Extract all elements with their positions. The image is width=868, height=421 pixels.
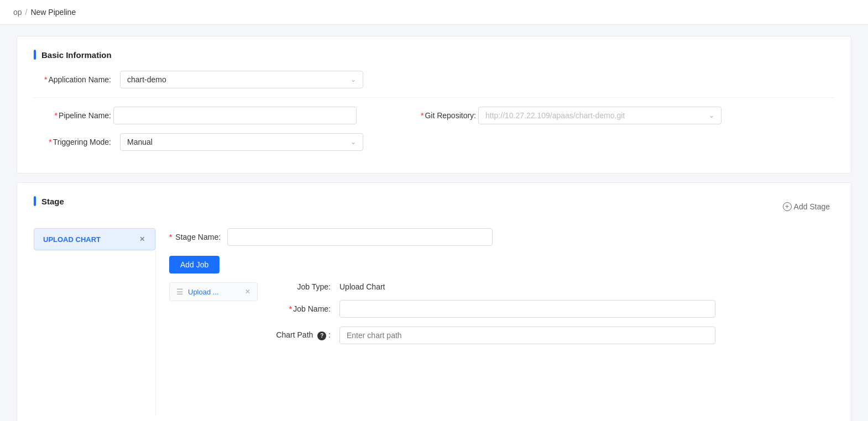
job-name-label: *Job Name: bbox=[275, 304, 331, 313]
job-item-left: ☰ Upload ... bbox=[176, 287, 219, 296]
pipeline-git-row: *Pipeline Name: Upload Chart *Git Reposi… bbox=[34, 107, 834, 124]
stage-right-panel: * Stage Name: UPLOAD CHART Add Job ☰ U bbox=[155, 228, 834, 416]
git-repo-label: *Git Repository: bbox=[399, 111, 476, 120]
job-detail-panel: Job Type: Upload Chart *Job Name: Upload… bbox=[275, 282, 821, 353]
add-job-button[interactable]: Add Job bbox=[169, 256, 219, 273]
job-item-label: Upload ... bbox=[188, 288, 219, 296]
chevron-down-icon: ⌄ bbox=[351, 138, 356, 146]
job-type-label: Job Type: bbox=[275, 282, 331, 291]
pipeline-name-group: *Pipeline Name: Upload Chart bbox=[34, 107, 357, 124]
chart-path-input[interactable] bbox=[339, 327, 715, 344]
stage-body: ☰ Upload ... ✕ Job Type: Upload Chart bbox=[169, 282, 821, 353]
stage-name-input[interactable]: UPLOAD CHART bbox=[227, 228, 493, 246]
triggering-mode-row: *Triggering Mode: Manual ⌄ bbox=[34, 133, 834, 151]
basic-info-title: Basic Information bbox=[34, 50, 834, 60]
stage-layout: UPLOAD CHART ✕ * Stage Name: UPLOAD CHAR… bbox=[34, 228, 834, 416]
help-icon[interactable]: ? bbox=[317, 331, 326, 340]
app-name-select[interactable]: chart-demo ⌄ bbox=[120, 71, 363, 88]
stage-tab-label: UPLOAD CHART bbox=[43, 235, 101, 244]
job-item[interactable]: ☰ Upload ... ✕ bbox=[169, 282, 258, 301]
breadcrumb-separator: / bbox=[25, 8, 28, 17]
main-content: Basic Information *Application Name: cha… bbox=[0, 25, 868, 421]
app-name-label: *Application Name: bbox=[34, 75, 111, 84]
stage-tab-upload-chart[interactable]: UPLOAD CHART ✕ bbox=[34, 228, 155, 250]
stage-card: Stage + Add Stage UPLOAD CHART ✕ * bbox=[17, 182, 851, 421]
chart-path-label: Chart Path ? : bbox=[275, 330, 331, 340]
app-name-value: chart-demo bbox=[127, 75, 166, 84]
stage-jobs-col: ☰ Upload ... ✕ bbox=[169, 282, 258, 353]
chart-path-row: Chart Path ? : bbox=[275, 327, 821, 344]
chevron-down-icon: ⌄ bbox=[709, 112, 714, 119]
stage-title: Stage bbox=[34, 196, 64, 206]
breadcrumb-parent[interactable]: op bbox=[13, 8, 22, 17]
breadcrumb: op / New Pipeline bbox=[0, 0, 868, 25]
job-type-row: Job Type: Upload Chart bbox=[275, 282, 821, 291]
basic-info-card: Basic Information *Application Name: cha… bbox=[17, 36, 851, 173]
triggering-mode-label: *Triggering Mode: bbox=[34, 138, 111, 146]
job-item-close-icon[interactable]: ✕ bbox=[245, 288, 250, 296]
plus-circle-icon: + bbox=[783, 202, 792, 211]
stage-name-row: * Stage Name: UPLOAD CHART bbox=[169, 228, 821, 246]
triggering-mode-value: Manual bbox=[127, 138, 153, 146]
job-type-value: Upload Chart bbox=[339, 282, 385, 291]
git-repo-placeholder: http://10.27.22.109/apaas/chart-demo.git bbox=[485, 111, 625, 120]
pipeline-name-input[interactable]: Upload Chart bbox=[113, 107, 357, 124]
stage-tab-close-icon[interactable]: ✕ bbox=[138, 234, 146, 244]
git-repo-group: *Git Repository: http://10.27.22.109/apa… bbox=[399, 107, 721, 124]
add-stage-label: Add Stage bbox=[794, 202, 830, 211]
pipeline-name-label: *Pipeline Name: bbox=[34, 111, 111, 120]
breadcrumb-current: New Pipeline bbox=[30, 8, 76, 17]
form-divider bbox=[34, 97, 834, 98]
stage-name-label: * Stage Name: bbox=[169, 233, 221, 241]
git-repo-select[interactable]: http://10.27.22.109/apaas/chart-demo.git… bbox=[478, 107, 721, 124]
stage-tab-list: UPLOAD CHART ✕ bbox=[34, 228, 155, 416]
hamburger-icon: ☰ bbox=[176, 287, 184, 296]
triggering-mode-select[interactable]: Manual ⌄ bbox=[120, 133, 363, 151]
app-name-row: *Application Name: chart-demo ⌄ bbox=[34, 71, 834, 88]
job-name-input[interactable]: Upload Chart bbox=[339, 300, 715, 318]
add-stage-button[interactable]: + Add Stage bbox=[778, 200, 834, 213]
job-name-row: *Job Name: Upload Chart bbox=[275, 300, 821, 318]
stage-header: Stage + Add Stage bbox=[34, 196, 834, 217]
chevron-down-icon: ⌄ bbox=[351, 76, 356, 83]
